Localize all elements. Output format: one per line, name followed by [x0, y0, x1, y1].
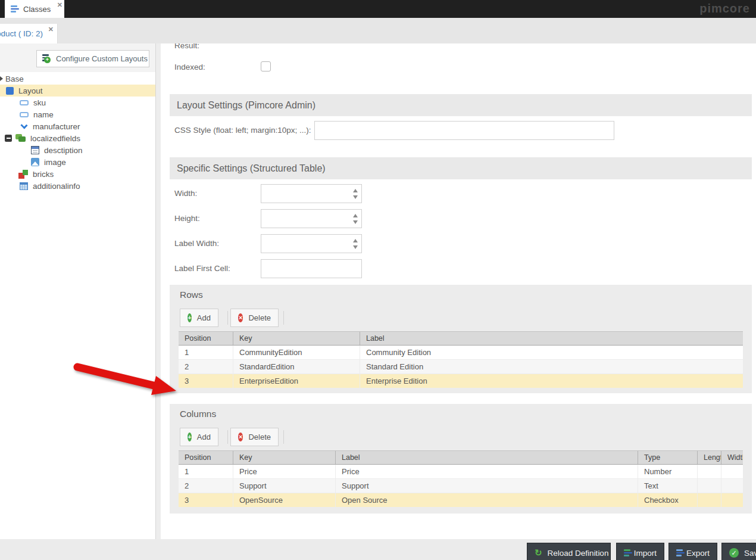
tree-item-localizedfields[interactable]: localizedfields [0, 132, 155, 144]
width-input[interactable] [261, 184, 362, 203]
label-width-label: Label Width: [174, 239, 219, 248]
width-label: Width: [174, 189, 197, 198]
editor-tab-strip: oduct ( ID: 2) ✕ [0, 18, 756, 43]
column-header[interactable]: Label [360, 332, 743, 345]
spinner-down-icon[interactable] [353, 245, 358, 249]
column-header[interactable]: Key [233, 451, 336, 464]
export-icon [676, 549, 681, 556]
table-row[interactable]: 2 Support Support Text [179, 479, 743, 493]
tab-classes-label: Classes [23, 5, 51, 14]
table-row[interactable]: 1 Price Price Number [179, 465, 743, 479]
top-bar: Classes ✕ pimcore [0, 0, 756, 18]
columns-add-button[interactable]: + Add [180, 428, 218, 446]
input-field-icon [20, 112, 29, 117]
spinner-buttons[interactable] [349, 235, 361, 253]
columns-panel: Columns + Add × Delete Position Key Labe… [170, 404, 752, 514]
rows-add-button[interactable]: + Add [180, 309, 218, 327]
panel-splitter[interactable] [156, 43, 161, 539]
configure-custom-layouts-button[interactable]: + Configure Custom Layouts [36, 50, 149, 67]
tree-item-additionalinfo[interactable]: additionalinfo [0, 180, 155, 192]
rows-panel: Rows + Add × Delete Position Key Label 1… [170, 285, 752, 393]
expander-icon[interactable] [0, 76, 3, 81]
image-field-icon [31, 158, 39, 166]
spinner-up-icon[interactable] [353, 214, 358, 217]
input-field-icon [20, 100, 29, 105]
css-style-input[interactable] [314, 121, 614, 140]
pimcore-logo: pimcore [699, 2, 750, 15]
tree-item-desctiption[interactable]: desctiption [0, 144, 155, 156]
column-header[interactable]: Length [698, 451, 721, 464]
tab-product-class-label: oduct ( ID: 2) [0, 29, 43, 38]
table-row-selected[interactable]: 3 OpenSource Open Source Checkbox [179, 493, 743, 508]
reload-definition-button[interactable]: ↻ Reload Definition [527, 543, 611, 560]
export-button[interactable]: Export [668, 543, 717, 560]
wysiwyg-field-icon [31, 146, 39, 154]
indexed-label: Indexed: [174, 63, 205, 71]
spinner-up-icon[interactable] [353, 189, 358, 192]
reload-icon: ↻ [535, 549, 542, 557]
class-tree-panel: + Configure Custom Layouts Base Layout s… [0, 43, 156, 539]
tree-item-base[interactable]: Base [0, 73, 155, 85]
tab-product-class[interactable]: oduct ( ID: 2) ✕ [0, 24, 58, 43]
save-button[interactable]: ✓ Save [721, 543, 756, 560]
column-header[interactable]: Position [179, 451, 233, 464]
delete-icon: × [238, 313, 243, 322]
table-field-icon [20, 182, 28, 190]
class-definition-tree: Base Layout sku name manufacturer locali… [0, 73, 155, 192]
rows-panel-title: Rows [180, 290, 203, 300]
spinner-down-icon[interactable] [353, 195, 358, 199]
field-settings-panel: Result: Indexed: Layout Settings (Pimcor… [161, 43, 756, 539]
tree-item-manufacturer[interactable]: manufacturer [0, 120, 155, 132]
spinner-buttons[interactable] [349, 185, 361, 203]
custom-layout-icon: + [42, 54, 51, 63]
select-field-icon [20, 122, 27, 129]
tree-item-name[interactable]: name [0, 108, 155, 120]
columns-delete-button[interactable]: × Delete [230, 428, 279, 446]
table-row-selected[interactable]: 3 EnterpriseEdition Enterprise Edition [179, 374, 743, 388]
columns-panel-title: Columns [180, 409, 216, 419]
tree-item-sku[interactable]: sku [0, 97, 155, 108]
label-width-input[interactable] [261, 234, 362, 253]
rows-delete-button[interactable]: × Delete [230, 309, 279, 327]
table-row[interactable]: 2 StandardEdition Standard Edition [179, 360, 743, 374]
layout-settings-header: Layout Settings (Pimcore Admin) [170, 94, 752, 116]
tree-item-image[interactable]: image [0, 156, 155, 168]
import-icon [624, 549, 629, 556]
spinner-buttons[interactable] [349, 210, 361, 228]
spinner-up-icon[interactable] [353, 239, 358, 242]
table-row[interactable]: 1 CommunityEdition Community Edition [179, 346, 743, 360]
save-check-icon: ✓ [729, 548, 739, 558]
column-header[interactable]: Width [721, 451, 743, 464]
delete-icon: × [238, 433, 243, 441]
columns-grid: Position Key Label Type Length Width 1 P… [179, 450, 743, 508]
close-icon[interactable]: ✕ [57, 2, 63, 8]
label-width-field [261, 234, 362, 253]
import-button[interactable]: Import [616, 543, 664, 560]
label-first-cell-label: Label First Cell: [174, 264, 230, 273]
spinner-down-icon[interactable] [353, 220, 358, 224]
column-header[interactable]: Label [336, 451, 638, 464]
localized-fields-icon [15, 134, 26, 142]
columns-grid-header: Position Key Label Type Length Width [179, 450, 743, 465]
height-field [261, 209, 362, 228]
objectbricks-icon [18, 170, 28, 179]
rows-grid: Position Key Label 1 CommunityEdition Co… [179, 331, 743, 388]
column-header[interactable]: Type [638, 451, 698, 464]
height-label: Height: [174, 214, 200, 223]
label-first-cell-input[interactable] [261, 259, 362, 278]
tree-item-layout[interactable]: Layout [0, 85, 155, 97]
tab-classes[interactable]: Classes ✕ [5, 0, 64, 18]
tree-item-bricks[interactable]: bricks [0, 168, 155, 180]
collapse-icon[interactable] [5, 135, 12, 142]
close-icon[interactable]: ✕ [48, 26, 54, 32]
css-style-label: CSS Style (float: left; margin:10px; ...… [174, 126, 311, 135]
column-header[interactable]: Position [179, 332, 233, 345]
height-input[interactable] [261, 209, 362, 228]
add-icon: + [188, 433, 192, 441]
specific-settings-header: Specific Settings (Structured Table) [170, 157, 752, 179]
result-label: Result: [174, 43, 199, 50]
column-header[interactable]: Key [233, 332, 360, 345]
indexed-checkbox[interactable] [261, 61, 271, 71]
rows-grid-header: Position Key Label [179, 331, 743, 346]
width-field [261, 184, 362, 203]
